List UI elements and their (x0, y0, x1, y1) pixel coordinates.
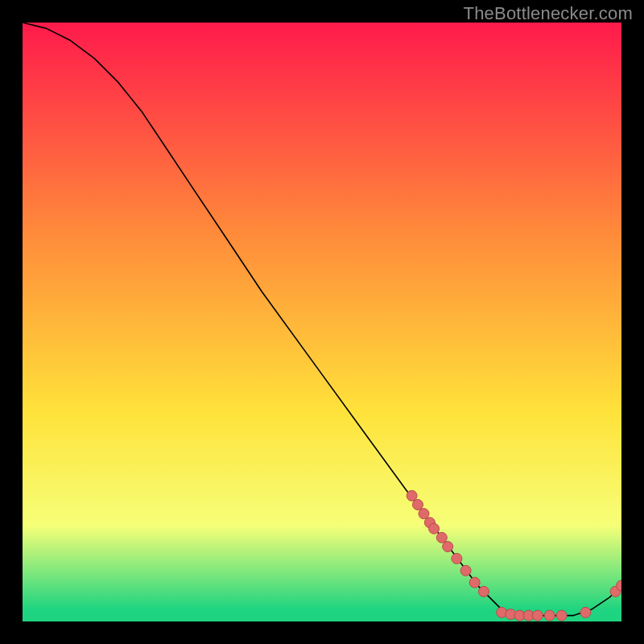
data-marker (436, 532, 447, 543)
gradient-background (23, 23, 621, 621)
watermark-text: TheBottlenecker.com (464, 3, 633, 24)
plot-area (23, 23, 621, 621)
data-marker (429, 523, 440, 534)
data-marker (497, 607, 507, 617)
data-marker (419, 509, 429, 519)
data-marker (413, 499, 423, 510)
data-marker (580, 607, 591, 617)
data-marker (544, 610, 555, 621)
data-marker (469, 577, 480, 588)
data-marker (407, 490, 417, 501)
data-marker (532, 610, 543, 621)
data-marker (452, 553, 462, 564)
data-marker (556, 610, 567, 621)
chart-frame: TheBottlenecker.com (0, 0, 644, 644)
data-marker (478, 586, 489, 597)
bottleneck-chart (23, 23, 621, 621)
data-marker (460, 565, 471, 576)
data-marker (443, 542, 453, 552)
